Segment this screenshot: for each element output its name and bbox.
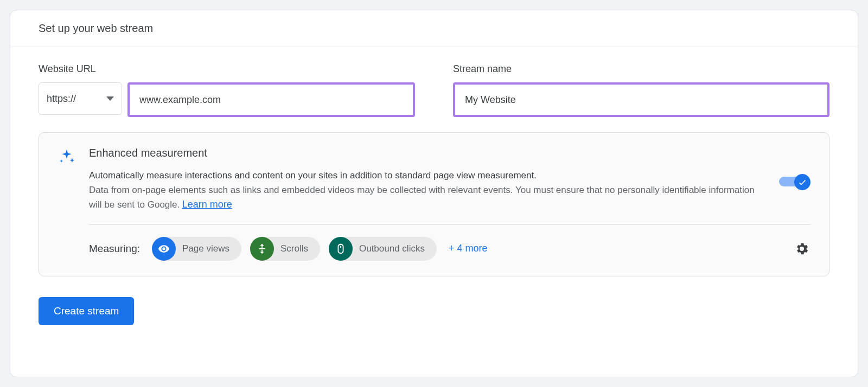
sparkle-icon	[58, 148, 76, 166]
enhanced-main: Enhanced measurement Automatically measu…	[89, 147, 810, 261]
enhanced-toggle[interactable]	[779, 174, 810, 188]
chip-outbound-clicks: Outbound clicks	[329, 237, 437, 261]
settings-button[interactable]	[793, 240, 810, 257]
card-body: Website URL https:// Stream name	[10, 47, 858, 336]
website-url-label: Website URL	[39, 63, 415, 75]
eye-icon	[152, 237, 176, 261]
chip-page-views: Page views	[152, 237, 241, 261]
chevron-down-icon	[106, 96, 114, 101]
toggle-thumb	[794, 174, 810, 190]
create-stream-button[interactable]: Create stream	[39, 297, 134, 325]
gear-icon	[794, 241, 809, 256]
scroll-icon	[250, 237, 274, 261]
card-header: Set up your web stream	[10, 10, 858, 47]
enhanced-top: Enhanced measurement Automatically measu…	[58, 147, 810, 261]
chip-scrolls: Scrolls	[250, 237, 320, 261]
stream-name-input-box[interactable]	[453, 82, 829, 117]
enhanced-measurement-card: Enhanced measurement Automatically measu…	[39, 132, 829, 276]
url-input-row: https://	[39, 82, 415, 117]
protocol-value: https://	[47, 93, 76, 105]
check-icon	[797, 177, 807, 187]
page-title: Set up your web stream	[39, 22, 829, 35]
stream-name-label: Stream name	[453, 63, 829, 75]
protocol-select[interactable]: https://	[39, 82, 122, 115]
learn-more-link[interactable]: Learn more	[182, 199, 232, 210]
url-input[interactable]	[139, 94, 403, 106]
website-url-field: Website URL https://	[39, 63, 415, 117]
setup-card: Set up your web stream Website URL https…	[10, 10, 858, 377]
stream-name-input[interactable]	[465, 94, 818, 106]
more-link[interactable]: + 4 more	[449, 243, 488, 254]
measuring-row: Measuring: Page views Scrolls	[89, 237, 810, 261]
fields-row: Website URL https:// Stream name	[39, 63, 829, 117]
enhanced-row-top: Enhanced measurement Automatically measu…	[89, 147, 810, 212]
stream-name-field: Stream name	[453, 63, 829, 117]
divider	[89, 224, 810, 225]
url-input-box[interactable]	[127, 82, 415, 117]
enhanced-text: Enhanced measurement Automatically measu…	[89, 147, 768, 212]
mouse-icon	[329, 237, 353, 261]
measuring-label: Measuring:	[89, 243, 140, 255]
enhanced-title: Enhanced measurement	[89, 147, 768, 159]
enhanced-desc-bold: Automatically measure interactions and c…	[89, 168, 768, 183]
